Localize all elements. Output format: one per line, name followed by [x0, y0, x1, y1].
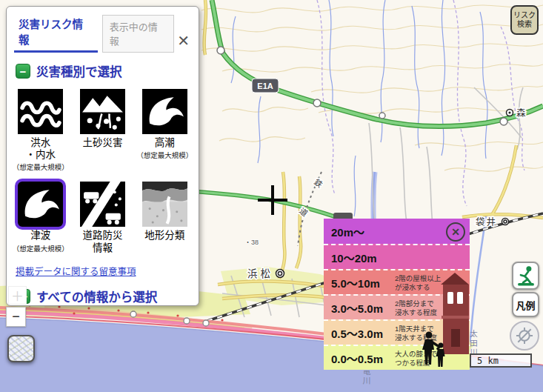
tab-disaster-risk-info[interactable]: 災害リスク情報 [14, 13, 98, 53]
evacuation-site-button[interactable] [512, 262, 539, 290]
zoom-in-button[interactable]: ＋ [8, 286, 27, 305]
legend-range: 5.0～10m [331, 275, 380, 290]
all-info-section-header: ＋ すべての情報から選択 [16, 288, 199, 305]
current-location-button[interactable] [510, 321, 539, 351]
disaster-type-section-title: 災害種別で選択 [36, 62, 122, 80]
road-disaster-icon [80, 182, 125, 227]
tsunami-icon [18, 182, 63, 227]
disaster-type-section-header: − 災害種別で選択 [16, 62, 199, 80]
landslide-icon [80, 89, 125, 134]
panel-tabbar: 災害リスク情報 表示中の情報 ✕ [7, 7, 199, 53]
disaster-type-grid: 洪水 ・内水 （想定最大規模） 土砂災害 高潮 （想定最大規模） [10, 89, 196, 255]
disaster-item-label: 津波 [13, 230, 69, 242]
legend-close-button[interactable]: ✕ [446, 222, 465, 242]
legend-row: 20m～ ✕ [324, 219, 470, 244]
people-illustration [422, 331, 446, 368]
scale-label: 5 km [477, 356, 499, 366]
flood-icon [18, 89, 63, 134]
legend-range: 0.5～3.0m [331, 325, 383, 341]
storm-surge-icon [142, 89, 187, 134]
legend-desc: 2階の屋根以上 が浸水する [395, 274, 441, 293]
tsunami-depth-legend: 20m～ ✕ 10～20m 5.0～10m 2階の屋根以上 が浸水する 3.0～… [324, 219, 470, 371]
disaster-info-panel: 災害リスク情報 表示中の情報 ✕ − 災害種別で選択 洪水 ・内水 （想定最大規… [6, 6, 199, 306]
disaster-item-label: 高潮 [136, 137, 193, 149]
zoom-out-button[interactable]: − [6, 307, 26, 327]
disaster-item-tsunami[interactable]: 津波 （想定最大規模） [13, 182, 69, 254]
label-mori: 森 [516, 107, 526, 119]
legend-range: 3.0～5.0m [331, 300, 383, 316]
data-notice-link[interactable]: 掲載データに関する留意事項 [16, 264, 136, 278]
crosshair-location-icon [513, 325, 536, 347]
disaster-item-landslide[interactable]: 土砂災害 [80, 89, 125, 172]
disaster-item-storm-surge[interactable]: 高潮 （想定最大規模） [136, 89, 193, 172]
landform-icon [142, 182, 187, 227]
risk-search-button[interactable]: リスク 検索 [510, 5, 539, 35]
label-hamamatsu: 浜松 [247, 268, 273, 279]
disaster-item-sub: （想定最大規模） [136, 150, 193, 160]
disaster-item-sub: （想定最大規模） [13, 162, 69, 172]
disaster-item-landform[interactable]: 地形分類 [142, 182, 187, 254]
disaster-item-label: 地形分類 [142, 230, 187, 242]
disaster-item-label: 土砂災害 [80, 137, 125, 149]
disaster-item-sub: （想定最大規模） [13, 243, 69, 253]
legend-toggle-button[interactable]: 凡例 [512, 292, 539, 317]
overview-map-button[interactable] [7, 335, 35, 362]
evacuation-person-icon [516, 265, 536, 286]
disaster-item-label: 洪水 ・内水 [13, 137, 69, 161]
panel-close-button[interactable]: ✕ [174, 32, 193, 53]
collapse-icon[interactable]: − [16, 64, 30, 79]
legend-range: 0.0～0.5m [331, 351, 383, 366]
disaster-item-flood[interactable]: 洪水 ・内水 （想定最大規模） [13, 89, 69, 172]
legend-desc: 2階部分まで 浸水する程度 [395, 299, 437, 318]
scale-bar: 5 km [470, 353, 532, 368]
legend-range: 20m～ [331, 224, 364, 239]
label-fukuroi: 袋井 [476, 217, 497, 227]
svg-text:E1A: E1A [257, 82, 273, 90]
legend-range: 10～20m [331, 250, 377, 265]
disaster-item-road-info[interactable]: 道路防災 情報 [80, 182, 125, 254]
disaster-item-label: 道路防災 情報 [80, 230, 125, 253]
label-elevation: ・38 [244, 239, 259, 246]
tab-displayed-info[interactable]: 表示中の情報 [102, 15, 174, 53]
all-info-section-title: すべての情報から選択 [36, 288, 157, 305]
e1a-badge: E1A [252, 79, 279, 93]
legend-row: 10～20m [324, 244, 470, 269]
